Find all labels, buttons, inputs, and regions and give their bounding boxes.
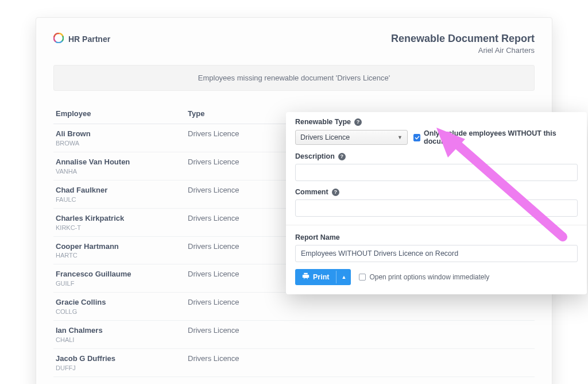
company-name: Ariel Air Charters [391,46,535,55]
col-header-employee: Employee [53,105,185,124]
employee-code: VANHA [56,168,183,175]
employee-code: HARTC [56,252,183,259]
open-print-options-label: Open print options window immediately [369,273,489,281]
employee-name: Ian Chalmers [56,326,183,336]
employee-code: COLLG [56,308,183,315]
description-label: Description ? [295,152,578,160]
only-without-checkbox[interactable] [413,134,420,141]
employee-name: Cooper Hartmann [56,242,183,252]
brand: HR Partner [53,33,110,45]
description-input[interactable] [295,164,578,181]
divider [286,225,587,225]
report-options-panel: Renewable Type ? Drivers Licence ▼ Only … [286,112,587,294]
employee-name: Chad Faulkner [56,186,183,195]
employee-name: Francesco Guillaume [56,270,183,279]
report-header: HR Partner Renewable Document Report Ari… [53,33,535,55]
table-row: Ian ChalmersCHALIDrivers Licence [53,321,535,349]
table-row: Jacob G DuffriesDUFFJDrivers Licence [53,349,535,377]
employee-type: Drivers Licence [185,321,535,349]
report-name-input[interactable] [295,245,578,262]
report-title: Renewable Document Report [391,33,535,45]
help-icon[interactable]: ? [354,118,362,126]
employee-name: Annalise Van Houten [56,158,183,167]
employee-code: KIRKC-T [56,224,183,231]
report-name-label: Report Name [295,233,578,241]
table-row: Gracie CollinsCOLLGDrivers Licence [53,293,535,321]
comment-input[interactable] [295,199,578,217]
report-subtitle: Employees missing renewable document 'Dr… [53,65,535,91]
help-icon[interactable]: ? [332,189,339,196]
employee-type: Drivers Licence [185,293,535,321]
print-button[interactable]: Print ▲ [295,269,351,285]
title-block: Renewable Document Report Ariel Air Char… [391,33,535,55]
employee-code: CHALI [56,336,183,343]
action-bar: Print ▲ Open print options window immedi… [295,269,578,285]
printer-icon [302,272,310,282]
employee-type: Drivers Licence [185,349,535,377]
employee-name: Gracie Collins [56,298,183,308]
chevron-down-icon: ▼ [397,135,403,140]
employee-code: FAULC [56,196,183,203]
help-icon[interactable]: ? [338,153,346,160]
employee-code: GUILF [56,280,183,287]
only-without-label: Only include employees WITHOUT this docu… [424,129,578,145]
open-print-options-checkbox[interactable] [359,274,366,281]
employee-name: Jacob G Duffries [56,354,183,364]
employee-code: DUFFJ [56,364,183,371]
brand-name: HR Partner [68,34,110,44]
renewable-type-label: Renewable Type ? [295,118,578,126]
renewable-type-select[interactable]: Drivers Licence ▼ [295,130,408,145]
brand-logo-icon [53,33,64,45]
employee-name: Ali Brown [56,129,183,139]
select-value: Drivers Licence [300,133,350,141]
comment-label: Comment ? [295,188,578,196]
employee-name: Charles Kirkpatrick [56,214,183,224]
print-dropdown-toggle[interactable]: ▲ [336,271,351,283]
employee-code: BROWA [56,140,183,147]
open-print-options-checkbox-group[interactable]: Open print options window immediately [359,273,489,281]
only-without-checkbox-group[interactable]: Only include employees WITHOUT this docu… [413,129,578,145]
